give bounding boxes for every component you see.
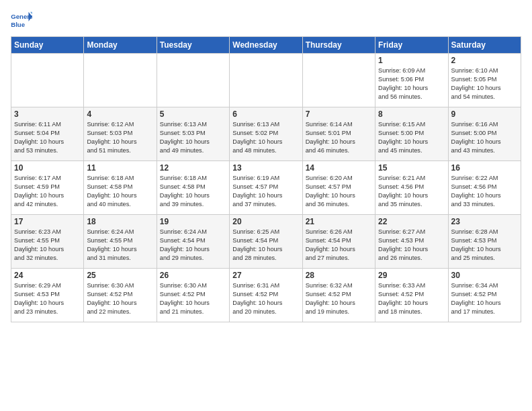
- day-number: 10: [14, 163, 81, 173]
- day-number: 22: [378, 217, 445, 226]
- calendar-cell: 21Sunrise: 6:26 AM Sunset: 4:54 PM Dayli…: [302, 215, 375, 269]
- day-number: 17: [14, 217, 81, 226]
- calendar-cell: 30Sunrise: 6:34 AM Sunset: 4:52 PM Dayli…: [448, 269, 521, 322]
- calendar-cell: [230, 54, 302, 107]
- weekday-header-wednesday: Wednesday: [230, 37, 302, 54]
- day-number: 7: [306, 109, 372, 119]
- weekday-header-friday: Friday: [375, 37, 448, 54]
- day-number: 19: [160, 217, 226, 226]
- calendar-cell: 9Sunrise: 6:16 AM Sunset: 5:00 PM Daylig…: [448, 107, 521, 161]
- day-number: 23: [451, 217, 518, 226]
- calendar-cell: [84, 54, 157, 107]
- day-info: Sunrise: 6:23 AM Sunset: 4:55 PM Dayligh…: [14, 228, 81, 263]
- calendar-cell: 26Sunrise: 6:30 AM Sunset: 4:52 PM Dayli…: [157, 269, 229, 322]
- calendar-cell: 25Sunrise: 6:30 AM Sunset: 4:52 PM Dayli…: [84, 269, 157, 322]
- calendar-cell: 24Sunrise: 6:29 AM Sunset: 4:53 PM Dayli…: [11, 269, 84, 322]
- calendar-cell: 18Sunrise: 6:24 AM Sunset: 4:55 PM Dayli…: [84, 215, 157, 269]
- day-number: 27: [232, 271, 299, 280]
- day-number: 5: [160, 109, 226, 119]
- day-number: 28: [306, 271, 372, 280]
- day-number: 13: [232, 163, 299, 173]
- calendar-cell: 1Sunrise: 6:09 AM Sunset: 5:06 PM Daylig…: [375, 54, 448, 107]
- day-info: Sunrise: 6:12 AM Sunset: 5:03 PM Dayligh…: [87, 120, 153, 155]
- weekday-header-sunday: Sunday: [11, 37, 84, 54]
- day-info: Sunrise: 6:18 AM Sunset: 4:58 PM Dayligh…: [160, 174, 226, 209]
- day-info: Sunrise: 6:29 AM Sunset: 4:53 PM Dayligh…: [14, 281, 81, 316]
- calendar-table: SundayMondayTuesdayWednesdayThursdayFrid…: [11, 36, 521, 322]
- day-info: Sunrise: 6:14 AM Sunset: 5:01 PM Dayligh…: [306, 120, 372, 155]
- day-number: 11: [87, 163, 153, 173]
- day-number: 8: [378, 109, 445, 119]
- weekday-header-saturday: Saturday: [448, 37, 521, 54]
- day-info: Sunrise: 6:10 AM Sunset: 5:05 PM Dayligh…: [451, 66, 518, 101]
- day-number: 12: [160, 163, 226, 173]
- day-info: Sunrise: 6:33 AM Sunset: 4:52 PM Dayligh…: [378, 281, 445, 316]
- day-number: 15: [378, 163, 445, 173]
- day-number: 4: [87, 109, 153, 119]
- svg-text:Blue: Blue: [11, 21, 25, 28]
- day-info: Sunrise: 6:11 AM Sunset: 5:04 PM Dayligh…: [14, 120, 81, 155]
- day-info: Sunrise: 6:31 AM Sunset: 4:52 PM Dayligh…: [232, 281, 299, 316]
- day-info: Sunrise: 6:22 AM Sunset: 4:56 PM Dayligh…: [451, 174, 518, 209]
- day-info: Sunrise: 6:34 AM Sunset: 4:52 PM Dayligh…: [451, 281, 518, 316]
- day-info: Sunrise: 6:27 AM Sunset: 4:53 PM Dayligh…: [378, 228, 445, 263]
- calendar-week-4: 24Sunrise: 6:29 AM Sunset: 4:53 PM Dayli…: [11, 269, 521, 322]
- calendar-cell: 15Sunrise: 6:21 AM Sunset: 4:56 PM Dayli…: [375, 161, 448, 215]
- day-number: 24: [14, 271, 81, 280]
- weekday-header-row: SundayMondayTuesdayWednesdayThursdayFrid…: [11, 37, 521, 54]
- day-info: Sunrise: 6:28 AM Sunset: 4:53 PM Dayligh…: [451, 228, 518, 263]
- day-info: Sunrise: 6:16 AM Sunset: 5:00 PM Dayligh…: [451, 120, 518, 155]
- calendar-cell: [11, 54, 84, 107]
- day-number: 29: [378, 271, 445, 280]
- calendar-cell: 5Sunrise: 6:13 AM Sunset: 5:03 PM Daylig…: [157, 107, 229, 161]
- day-number: 14: [306, 163, 372, 173]
- calendar-cell: 10Sunrise: 6:17 AM Sunset: 4:59 PM Dayli…: [11, 161, 84, 215]
- weekday-header-thursday: Thursday: [302, 37, 375, 54]
- calendar-week-3: 17Sunrise: 6:23 AM Sunset: 4:55 PM Dayli…: [11, 215, 521, 269]
- calendar-cell: 6Sunrise: 6:13 AM Sunset: 5:02 PM Daylig…: [230, 107, 302, 161]
- day-number: 25: [87, 271, 153, 280]
- day-info: Sunrise: 6:20 AM Sunset: 4:57 PM Dayligh…: [306, 174, 372, 209]
- day-info: Sunrise: 6:32 AM Sunset: 4:52 PM Dayligh…: [306, 281, 372, 316]
- calendar-cell: 28Sunrise: 6:32 AM Sunset: 4:52 PM Dayli…: [302, 269, 375, 322]
- day-info: Sunrise: 6:13 AM Sunset: 5:02 PM Dayligh…: [232, 120, 299, 155]
- day-number: 20: [232, 217, 299, 226]
- calendar-cell: 17Sunrise: 6:23 AM Sunset: 4:55 PM Dayli…: [11, 215, 84, 269]
- day-info: Sunrise: 6:30 AM Sunset: 4:52 PM Dayligh…: [160, 281, 226, 316]
- calendar-cell: 2Sunrise: 6:10 AM Sunset: 5:05 PM Daylig…: [448, 54, 521, 107]
- calendar-cell: 20Sunrise: 6:25 AM Sunset: 4:54 PM Dayli…: [230, 215, 302, 269]
- day-number: 6: [232, 109, 299, 119]
- day-number: 1: [378, 56, 445, 65]
- calendar-cell: 27Sunrise: 6:31 AM Sunset: 4:52 PM Dayli…: [230, 269, 302, 322]
- calendar-week-2: 10Sunrise: 6:17 AM Sunset: 4:59 PM Dayli…: [11, 161, 521, 215]
- day-info: Sunrise: 6:19 AM Sunset: 4:57 PM Dayligh…: [232, 174, 299, 209]
- calendar-cell: 12Sunrise: 6:18 AM Sunset: 4:58 PM Dayli…: [157, 161, 229, 215]
- day-info: Sunrise: 6:24 AM Sunset: 4:55 PM Dayligh…: [87, 228, 153, 263]
- day-number: 26: [160, 271, 226, 280]
- weekday-header-tuesday: Tuesday: [157, 37, 229, 54]
- day-number: 3: [14, 109, 81, 119]
- page-header: General Blue: [11, 11, 521, 30]
- day-number: 2: [451, 56, 518, 65]
- calendar-cell: 11Sunrise: 6:18 AM Sunset: 4:58 PM Dayli…: [84, 161, 157, 215]
- calendar-cell: 19Sunrise: 6:24 AM Sunset: 4:54 PM Dayli…: [157, 215, 229, 269]
- day-number: 9: [451, 109, 518, 119]
- day-number: 18: [87, 217, 153, 226]
- calendar-cell: 29Sunrise: 6:33 AM Sunset: 4:52 PM Dayli…: [375, 269, 448, 322]
- calendar-week-1: 3Sunrise: 6:11 AM Sunset: 5:04 PM Daylig…: [11, 107, 521, 161]
- weekday-header-monday: Monday: [84, 37, 157, 54]
- calendar-cell: 7Sunrise: 6:14 AM Sunset: 5:01 PM Daylig…: [302, 107, 375, 161]
- day-info: Sunrise: 6:18 AM Sunset: 4:58 PM Dayligh…: [87, 174, 153, 209]
- calendar-cell: [302, 54, 375, 107]
- calendar-cell: 3Sunrise: 6:11 AM Sunset: 5:04 PM Daylig…: [11, 107, 84, 161]
- calendar-cell: 22Sunrise: 6:27 AM Sunset: 4:53 PM Dayli…: [375, 215, 448, 269]
- calendar-week-0: 1Sunrise: 6:09 AM Sunset: 5:06 PM Daylig…: [11, 54, 521, 107]
- logo-icon: General Blue: [11, 11, 32, 30]
- day-info: Sunrise: 6:25 AM Sunset: 4:54 PM Dayligh…: [232, 228, 299, 263]
- calendar-cell: 13Sunrise: 6:19 AM Sunset: 4:57 PM Dayli…: [230, 161, 302, 215]
- day-info: Sunrise: 6:15 AM Sunset: 5:00 PM Dayligh…: [378, 120, 445, 155]
- calendar-cell: 14Sunrise: 6:20 AM Sunset: 4:57 PM Dayli…: [302, 161, 375, 215]
- day-number: 30: [451, 271, 518, 280]
- day-info: Sunrise: 6:17 AM Sunset: 4:59 PM Dayligh…: [14, 174, 81, 209]
- day-info: Sunrise: 6:13 AM Sunset: 5:03 PM Dayligh…: [160, 120, 226, 155]
